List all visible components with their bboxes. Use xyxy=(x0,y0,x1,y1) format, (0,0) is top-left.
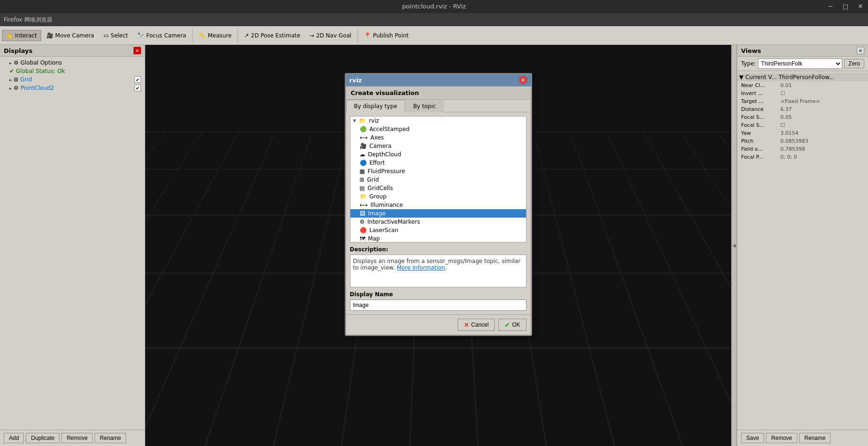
near-clip-value: 0.01 xyxy=(780,82,792,88)
views-rename-button[interactable]: Rename xyxy=(799,433,831,443)
viz-item-group[interactable]: 📁 Group xyxy=(350,192,526,201)
pointcloud2-label: PointCloud2 xyxy=(21,85,133,91)
invert-key: Invert ... xyxy=(741,90,779,96)
views-type-label: Type: xyxy=(741,60,756,67)
display-name-label: Display Name xyxy=(350,291,527,298)
minimize-button[interactable]: ─ xyxy=(823,0,838,13)
cancel-button[interactable]: ✕ Cancel xyxy=(458,319,495,331)
viz-item-fluidpressure[interactable]: ▦ FluidPressure xyxy=(350,167,526,175)
views-remove-button[interactable]: Remove xyxy=(766,433,797,443)
gridcells-icon: ▤ xyxy=(360,185,365,191)
target-key: Target ... xyxy=(741,98,779,104)
viz-item-accelstamped[interactable]: 🟢 AccelStamped xyxy=(350,125,526,133)
tree-item-global-options[interactable]: ▸ ⚙ Global Options xyxy=(0,58,145,67)
viz-item-illuminance[interactable]: ⟷ Illuminance xyxy=(350,201,526,209)
3d-viewport[interactable]: rviz ✕ Create visualization By display t… xyxy=(145,45,731,446)
distance-value: 6.37 xyxy=(780,106,792,112)
viz-item-map[interactable]: 🗺 Map xyxy=(350,234,526,242)
fluidpressure-label: FluidPressure xyxy=(368,168,405,175)
viz-item-effort[interactable]: 🔵 Effort xyxy=(350,159,526,167)
displays-panel-close[interactable]: ✕ xyxy=(134,47,141,54)
description-box: Displays an image from a sensor_msgs/Ima… xyxy=(350,255,527,287)
focal-s1-key: Focal S... xyxy=(741,114,779,120)
tab-by-display-type[interactable]: By display type xyxy=(346,100,405,112)
views-property-yaw: Yaw 3.0154 xyxy=(737,129,868,137)
2d-pose-button[interactable]: ↗ 2D Pose Estimate xyxy=(240,30,304,41)
interact-label: Interact xyxy=(15,32,37,39)
laserscan-label: LaserScan xyxy=(370,227,399,234)
2d-nav-button[interactable]: → 2D Nav Goal xyxy=(305,30,356,41)
interactivemarkers-label: InteractiveMarkers xyxy=(367,219,420,225)
cancel-icon: ✕ xyxy=(464,321,469,329)
field-of-view-value: 0.785398 xyxy=(780,146,805,152)
browser-label: Firefox 网络浏览器 xyxy=(4,16,52,24)
duplicate-button[interactable]: Duplicate xyxy=(26,433,59,443)
axes-icon: ⟷ xyxy=(360,134,368,141)
views-panel-close[interactable]: ✕ xyxy=(857,47,864,54)
displays-tree: ▸ ⚙ Global Options ✔ Global Status: Ok ▸… xyxy=(0,57,145,430)
interact-button[interactable]: 👆 Interact xyxy=(2,30,41,41)
ok-button[interactable]: ✔ OK xyxy=(498,319,526,331)
main-toolbar: 👆 Interact 🎥 Move Camera ▭ Select 🔭 Focu… xyxy=(0,26,868,45)
maximize-button[interactable]: □ xyxy=(838,0,853,13)
root-label: rviz xyxy=(369,117,379,124)
views-property-pitch: Pitch 0.0853983 xyxy=(737,137,868,145)
publish-point-button[interactable]: 📍 Publish Point xyxy=(360,30,413,41)
select-button[interactable]: ▭ Select xyxy=(99,30,132,41)
select-label: Select xyxy=(111,32,128,39)
viz-item-depthcloud[interactable]: ☁ DepthCloud xyxy=(350,150,526,159)
remove-button[interactable]: Remove xyxy=(61,433,93,443)
publish-point-label: Publish Point xyxy=(373,32,408,39)
add-button[interactable]: Add xyxy=(4,433,24,443)
grid-item-label: Grid xyxy=(367,176,379,183)
map-icon: 🗺 xyxy=(360,235,365,242)
views-zero-button[interactable]: Zero xyxy=(844,59,864,68)
pointcloud2-checkbox[interactable]: ✔ xyxy=(134,85,141,91)
image-label: Image xyxy=(368,210,386,217)
viz-item-interactivemarkers[interactable]: ⚙ InteractiveMarkers xyxy=(350,218,526,226)
main-layout: Displays ✕ ▸ ⚙ Global Options ✔ Global S… xyxy=(0,45,868,446)
rviz-dialog-close[interactable]: ✕ xyxy=(519,76,527,84)
measure-button[interactable]: 📏 Measure xyxy=(194,30,236,41)
grid-checkbox[interactable]: ✔ xyxy=(134,76,141,83)
viz-tree-root[interactable]: ▼ 📁 rviz xyxy=(350,117,526,125)
viz-item-camera[interactable]: 🎥 Camera xyxy=(350,142,526,150)
tree-item-global-status[interactable]: ✔ Global Status: Ok xyxy=(0,67,145,75)
views-type-select[interactable]: ThirdPersonFolk xyxy=(758,58,843,69)
viz-item-gridcells[interactable]: ▤ GridCells xyxy=(350,184,526,192)
root-arrow: ▼ xyxy=(353,118,356,123)
group-label: Group xyxy=(370,193,387,200)
viz-item-image[interactable]: 🖼 Image xyxy=(350,209,526,218)
tree-item-pointcloud2[interactable]: ▸ ⚙ PointCloud2 ✔ xyxy=(0,84,145,92)
more-info-link[interactable]: More Information xyxy=(397,264,445,271)
right-collapse-handle[interactable]: ◀ xyxy=(731,45,737,446)
2d-pose-icon: ↗ xyxy=(244,32,249,39)
pitch-value: 0.0853983 xyxy=(780,138,809,144)
views-controls: Type: ThirdPersonFolk Zero xyxy=(737,57,868,71)
camera-label: Camera xyxy=(370,143,392,149)
grid-label: Grid xyxy=(20,76,133,83)
move-camera-button[interactable]: 🎥 Move Camera xyxy=(42,30,98,41)
views-save-button[interactable]: Save xyxy=(741,433,764,443)
viz-item-laserscan[interactable]: 🔴 LaserScan xyxy=(350,226,526,234)
close-button[interactable]: ✕ xyxy=(853,0,868,13)
viz-item-grid[interactable]: ⊞ Grid xyxy=(350,175,526,184)
laserscan-icon: 🔴 xyxy=(360,227,367,234)
gridcells-label: GridCells xyxy=(368,185,393,191)
tree-item-grid[interactable]: ▸ ⊞ Grid ✔ xyxy=(0,75,145,84)
tabs-bar: By display type By topic xyxy=(346,100,530,112)
axes-label: Axes xyxy=(371,134,384,141)
views-section-header[interactable]: ▼ Current V... ThirdPersonFollow... xyxy=(737,73,868,81)
rviz-dialog-title: rviz xyxy=(349,77,362,84)
yaw-key: Yaw xyxy=(741,130,779,136)
accelstamped-label: AccelStamped xyxy=(370,126,410,132)
depthcloud-icon: ☁ xyxy=(360,151,365,158)
grid-item-icon: ⊞ xyxy=(360,176,364,183)
window-controls: ─ □ ✕ xyxy=(823,0,868,13)
tab-by-topic[interactable]: By topic xyxy=(405,100,444,112)
focus-camera-button[interactable]: 🔭 Focus Camera xyxy=(133,30,190,41)
rename-button[interactable]: Rename xyxy=(95,433,126,443)
field-of-view-key: Field o... xyxy=(741,146,779,152)
viz-item-axes[interactable]: ⟷ Axes xyxy=(350,133,526,142)
display-name-input[interactable] xyxy=(350,300,527,311)
